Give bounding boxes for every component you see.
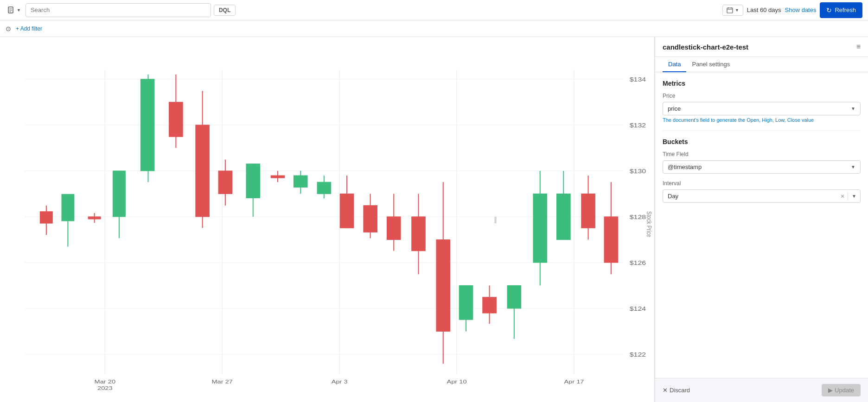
interval-select-value: Day: [663, 190, 837, 202]
calendar-button[interactable]: ▼: [722, 5, 743, 16]
timestamp-select-chevron: ▼: [851, 164, 855, 170]
svg-rect-80: [581, 194, 595, 228]
price-select-chevron: ▼: [851, 106, 855, 111]
svg-text:Mar 20: Mar 20: [95, 378, 116, 384]
svg-text:$126: $126: [630, 260, 646, 266]
svg-rect-56: [294, 176, 307, 187]
doc-chevron-icon: ▼: [17, 8, 21, 13]
panel-title: candlestick-chart-e2e-test: [663, 43, 748, 51]
svg-rect-66: [412, 217, 425, 251]
filter-icon: ⊙: [6, 25, 11, 32]
svg-rect-38: [62, 194, 74, 221]
refresh-button[interactable]: ↻ Refresh: [820, 2, 862, 18]
svg-rect-42: [113, 171, 126, 217]
svg-text:2023: 2023: [97, 385, 113, 391]
toolbar-right: ▼ Last 60 days Show dates ↻ Refresh: [722, 2, 862, 18]
update-button[interactable]: ▶ Update: [822, 384, 861, 396]
svg-rect-54: [271, 176, 284, 178]
svg-text:$132: $132: [630, 122, 646, 129]
panel-tabs: Data Panel settings: [655, 57, 868, 72]
metrics-title: Metrics: [663, 80, 861, 87]
svg-text:$128: $128: [630, 214, 646, 220]
refresh-icon: ↻: [826, 6, 832, 14]
discard-x-icon: ✕: [663, 387, 668, 394]
svg-text:$124: $124: [630, 306, 646, 312]
candlestick-chart: $134 $132 $130 $128 $126 $124 $122 Stock…: [0, 37, 654, 402]
discard-button[interactable]: ✕ Discard: [663, 387, 690, 394]
tab-panel-settings[interactable]: Panel settings: [686, 57, 735, 72]
time-range-label: Last 60 days: [747, 6, 781, 13]
svg-text:$130: $130: [630, 168, 646, 175]
calendar-icon: [727, 7, 733, 13]
interval-label: Interval: [663, 180, 861, 187]
update-label: Update: [835, 387, 854, 394]
timestamp-select-value: @timestamp: [668, 163, 702, 170]
svg-rect-64: [387, 217, 401, 240]
svg-text:Apr 10: Apr 10: [447, 378, 466, 384]
svg-rect-60: [340, 194, 353, 228]
svg-rect-74: [507, 285, 521, 308]
section-divider: [663, 130, 861, 131]
panel-footer: ✕ Discard ▶ Update: [655, 378, 868, 402]
toolbar-left: ▼ DQL: [6, 3, 719, 17]
svg-text:$134: $134: [630, 76, 646, 83]
resize-handle[interactable]: ∥: [494, 216, 498, 223]
discard-label: Discard: [670, 387, 690, 394]
update-play-icon: ▶: [828, 387, 833, 394]
calendar-chevron: ▼: [735, 8, 739, 13]
panel-content: Metrics Price price ▼ The document's fie…: [655, 72, 868, 378]
panel-menu-icon[interactable]: ≡: [856, 43, 861, 51]
document-icon-btn[interactable]: ▼: [6, 5, 23, 16]
svg-rect-50: [218, 171, 232, 194]
svg-text:$122: $122: [630, 352, 646, 358]
svg-text:Apr 17: Apr 17: [564, 378, 584, 384]
svg-rect-76: [533, 194, 547, 263]
price-select-value: price: [668, 105, 681, 112]
buckets-section: Buckets Time Field @timestamp ▼ Interval…: [663, 138, 861, 203]
price-select[interactable]: price ▼: [663, 102, 861, 115]
svg-rect-36: [40, 212, 53, 223]
metrics-section: Metrics Price price ▼ The document's fie…: [663, 80, 861, 123]
panel-header: candlestick-chart-e2e-test ≡: [655, 37, 868, 57]
svg-rect-52: [246, 164, 260, 198]
buckets-title: Buckets: [663, 138, 861, 145]
toolbar: ▼ DQL ▼ Last 60 days Show dates ↻ Refres…: [0, 0, 868, 20]
filter-bar: ⊙ + Add filter: [0, 20, 868, 37]
chart-area: ∥ $134 $132 $130 $128 $126 $124 $122: [0, 37, 655, 402]
svg-rect-68: [436, 239, 450, 331]
doc-svg-icon: [7, 6, 15, 14]
svg-rect-46: [169, 102, 183, 137]
tab-data[interactable]: Data: [663, 57, 686, 72]
refresh-label: Refresh: [835, 6, 856, 13]
interval-chevron[interactable]: ▼: [848, 192, 860, 201]
price-hint: The document's field to generate the Ope…: [663, 117, 861, 123]
search-input[interactable]: [26, 3, 211, 17]
svg-text:Stock Price: Stock Price: [645, 211, 653, 237]
interval-clear-button[interactable]: ✕: [837, 191, 848, 201]
svg-rect-40: [88, 217, 101, 219]
svg-rect-62: [364, 206, 377, 232]
svg-rect-4: [727, 8, 733, 13]
svg-rect-82: [604, 217, 618, 263]
svg-rect-70: [459, 285, 472, 320]
main-content: ∥ $134 $132 $130 $128 $126 $124 $122: [0, 37, 868, 402]
svg-rect-58: [317, 182, 331, 194]
dql-button[interactable]: DQL: [214, 5, 236, 16]
interval-select[interactable]: Day ✕ ▼: [663, 189, 861, 203]
svg-text:Apr 3: Apr 3: [332, 378, 348, 384]
svg-rect-78: [557, 194, 570, 239]
svg-text:Mar 27: Mar 27: [211, 378, 233, 384]
svg-rect-72: [483, 297, 496, 313]
add-filter-button[interactable]: + Add filter: [16, 25, 42, 32]
timestamp-select[interactable]: @timestamp ▼: [663, 160, 861, 174]
right-panel: candlestick-chart-e2e-test ≡ Data Panel …: [655, 37, 868, 402]
price-field-label: Price: [663, 93, 861, 99]
svg-rect-44: [140, 79, 154, 171]
svg-rect-48: [196, 125, 209, 217]
show-dates-button[interactable]: Show dates: [785, 6, 817, 13]
time-field-label: Time Field: [663, 151, 861, 157]
